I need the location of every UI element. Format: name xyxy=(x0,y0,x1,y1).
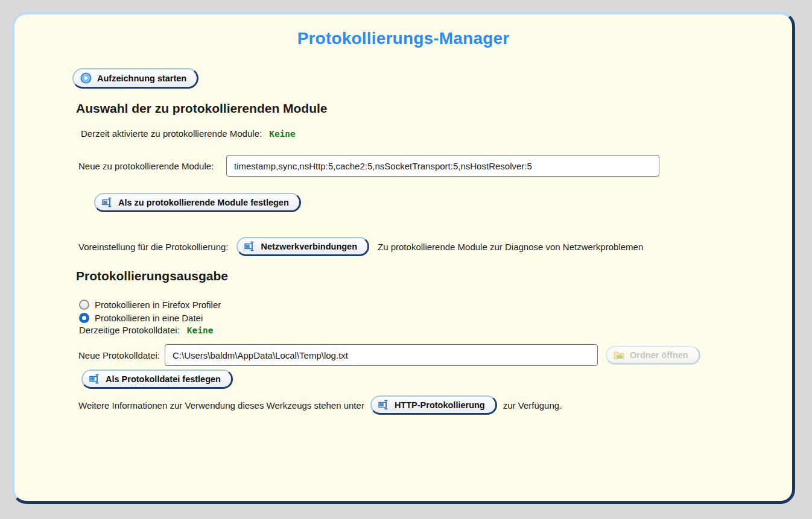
set-modules-label: Als zu protokollierende Module festlegen xyxy=(118,198,289,207)
info-prefix: Weitere Informationen zur Verwendung die… xyxy=(78,400,364,410)
page-title: Protokollierungs-Manager xyxy=(14,29,792,52)
open-folder-label: Ordner öffnen xyxy=(630,350,688,360)
preset-network-label: Netzwerkverbindungen xyxy=(261,242,357,251)
new-modules-label: Neue zu protokollierende Module: xyxy=(78,161,226,171)
play-icon xyxy=(80,72,92,84)
http-logging-button[interactable]: HTTP-Protokollierung xyxy=(370,395,497,415)
start-recording-button[interactable]: Aufzeichnung starten xyxy=(72,68,198,89)
http-logging-label: HTTP-Protokollierung xyxy=(395,400,485,410)
set-value-icon xyxy=(378,400,389,410)
radio-file-icon[interactable] xyxy=(79,313,89,323)
current-logfile-line: Derzeitige Protokolldatei: Keine xyxy=(79,324,792,336)
current-logfile-value: Keine xyxy=(187,324,214,336)
set-value-icon xyxy=(102,197,113,207)
footer-info-line: Weitere Informationen zur Verwendung die… xyxy=(78,395,792,415)
set-logfile-label: Als Protokolldatei festlegen xyxy=(106,374,221,384)
start-recording-label: Aufzeichnung starten xyxy=(97,74,186,83)
radio-option-file[interactable]: Protokollieren in eine Datei xyxy=(79,311,792,324)
set-logfile-button[interactable]: Als Protokolldatei festlegen xyxy=(81,370,233,389)
set-modules-button[interactable]: Als zu protokollierende Module festlegen xyxy=(94,193,301,212)
folder-open-icon xyxy=(614,350,624,360)
radio-profiler-label: Protokollieren in Firefox Profiler xyxy=(95,300,221,310)
open-folder-button[interactable]: Ordner öffnen xyxy=(606,346,700,365)
current-logfile-label: Derzeitige Protokolldatei: xyxy=(79,324,180,336)
current-modules-value: Keine xyxy=(269,128,296,140)
preset-network-button[interactable]: Netzwerkverbindungen xyxy=(236,237,369,256)
set-value-icon xyxy=(244,241,255,251)
set-value-icon xyxy=(89,374,100,384)
new-modules-input[interactable] xyxy=(226,155,659,177)
modules-section-heading: Auswahl der zu protokollierenden Module xyxy=(76,99,792,118)
preset-description: Zu protokollierende Module zur Diagnose … xyxy=(378,242,643,252)
radio-file-label: Protokollieren in eine Datei xyxy=(95,313,203,323)
current-modules-label: Derzeit aktivierte zu protokollierende M… xyxy=(81,128,262,140)
radio-profiler-icon[interactable] xyxy=(79,300,89,310)
logging-manager-card: Protokollierungs-Manager Aufzeichnung st… xyxy=(12,12,795,504)
output-section-heading: Protokollierungsausgabe xyxy=(76,267,792,285)
new-logfile-label: Neue Protokolldatei: xyxy=(78,350,165,360)
preset-label: Voreinstellung für die Protokollierung: xyxy=(78,242,228,252)
radio-option-profiler[interactable]: Protokollieren in Firefox Profiler xyxy=(79,298,792,311)
current-modules-line: Derzeit aktivierte zu protokollierende M… xyxy=(81,128,792,140)
info-suffix: zur Verfügung. xyxy=(503,400,562,410)
new-logfile-input[interactable] xyxy=(165,344,598,366)
